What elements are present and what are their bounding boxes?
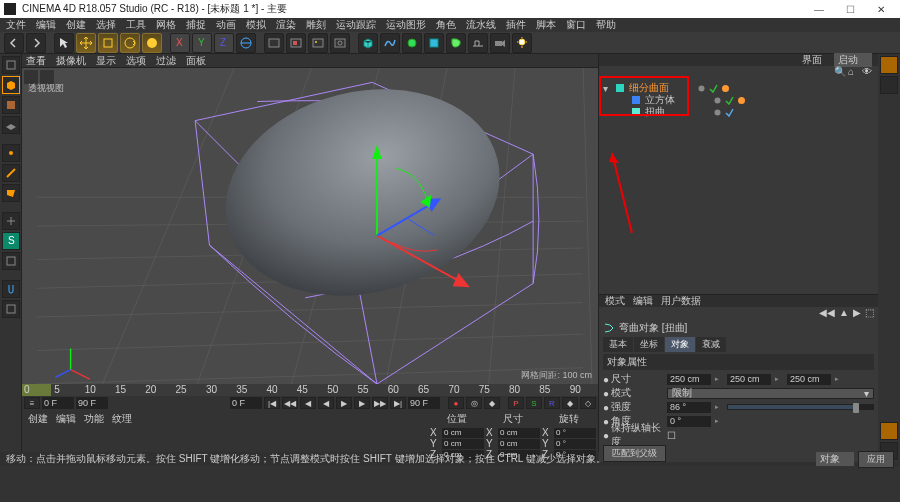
size-y-input[interactable] [727,374,771,385]
menu-脚本[interactable]: 脚本 [536,18,556,32]
fit-to-parent-button[interactable]: 匹配到父级 [603,445,666,462]
keyframe-sel-button[interactable]: ◆ [484,397,500,409]
menu-流水线[interactable]: 流水线 [466,18,496,32]
material-tab[interactable]: 创建 [28,412,48,426]
select-tool[interactable] [54,33,74,53]
coord-system-button[interactable] [236,33,256,53]
maximize-button[interactable]: ☐ [835,1,865,17]
pos-X[interactable] [442,428,484,438]
attr-tab[interactable]: 对象 [665,337,695,352]
menu-帮助[interactable]: 帮助 [596,18,616,32]
attr-tab[interactable]: 衰减 [696,337,726,352]
strength-input[interactable] [667,402,711,413]
key-scale-button[interactable]: S [526,397,542,409]
timeline-ruler[interactable]: 051015202530354045505560657075808590 [22,384,598,396]
close-button[interactable]: ✕ [866,1,896,17]
visibility-tag[interactable] [713,96,722,105]
menu-选择[interactable]: 选择 [96,18,116,32]
rotate-tool[interactable] [120,33,140,53]
axis-x-button[interactable]: X [170,33,190,53]
sel-mode-dropdown[interactable]: 对象 [816,452,854,466]
menu-创建[interactable]: 创建 [66,18,86,32]
current-frame-input[interactable] [230,397,262,409]
menu-插件[interactable]: 插件 [506,18,526,32]
record-button[interactable]: ● [448,397,464,409]
axis-y-button[interactable]: Y [192,33,212,53]
range-start-input[interactable] [42,397,74,409]
prev-key-button[interactable]: ◀◀ [282,397,298,409]
spline-button[interactable] [380,33,400,53]
vpmenu-过滤[interactable]: 过滤 [156,54,176,68]
object-manager[interactable]: ▾细分曲面立方体扭曲 [599,78,878,294]
vpmenu-面板[interactable]: 面板 [186,54,206,68]
move-tool[interactable] [76,33,96,53]
environment-button[interactable] [468,33,488,53]
attr-tab[interactable]: 坐标 [634,337,664,352]
key-rot-button[interactable]: R [544,397,560,409]
undo-button[interactable] [4,33,24,53]
primitive-cube-button[interactable] [358,33,378,53]
material-tab[interactable]: 纹理 [112,412,132,426]
camera-button[interactable] [490,33,510,53]
menu-窗口[interactable]: 窗口 [566,18,586,32]
size-Y[interactable] [498,439,540,449]
key-pla-button[interactable]: ◇ [580,397,596,409]
attr-lock-icon[interactable]: ⬚ [865,307,874,319]
visibility-tag[interactable] [713,108,722,117]
activate-tag[interactable] [725,108,734,117]
layout-dropdown[interactable]: 启动 [834,53,872,67]
menu-网格[interactable]: 网格 [156,18,176,32]
object-manager-tab-icon[interactable] [880,56,898,74]
angle-input[interactable] [667,416,711,427]
visibility-tag[interactable] [697,84,706,93]
attr-prev-icon[interactable]: ◀◀ [819,307,835,319]
next-frame-button[interactable]: ▶ [354,397,370,409]
vpmenu-选项[interactable]: 选项 [126,54,146,68]
redo-button[interactable] [26,33,46,53]
modeling-axis-icon[interactable]: S [2,232,20,250]
deformer-button[interactable] [446,33,466,53]
phong-tag[interactable] [721,84,730,93]
attr-next-icon[interactable]: ▶ [853,307,861,319]
keep-length-checkbox[interactable]: ☐ [667,430,676,441]
render-view-button[interactable] [264,33,284,53]
size-X[interactable] [498,428,540,438]
goto-start-button[interactable]: |◀ [264,397,280,409]
next-key-button[interactable]: ▶▶ [372,397,388,409]
menu-运动跟踪[interactable]: 运动跟踪 [336,18,376,32]
snap-icon[interactable] [2,280,20,298]
generator-button[interactable] [424,33,444,53]
autokey-button[interactable]: ◎ [466,397,482,409]
om-search-icon[interactable]: 🔍 [834,66,846,78]
material-tab[interactable]: 功能 [84,412,104,426]
object-item[interactable]: 立方体 [603,94,874,106]
mode-dropdown[interactable]: 限制▾ [667,388,874,399]
activate-tag[interactable] [709,84,718,93]
object-item[interactable]: ▾细分曲面 [603,82,874,94]
menu-工具[interactable]: 工具 [126,18,146,32]
nurbs-button[interactable] [402,33,422,53]
rot-Y[interactable] [554,439,596,449]
attr-tab[interactable]: 基本 [603,337,633,352]
size-x-input[interactable] [667,374,711,385]
rot-X[interactable] [554,428,596,438]
activate-tag[interactable] [725,96,734,105]
texture-mode-icon[interactable] [2,96,20,114]
attr-up-icon[interactable]: ▲ [839,307,849,319]
timeline-options-icon[interactable]: ≡ [24,397,40,409]
point-mode-icon[interactable] [2,144,20,162]
polygon-mode-icon[interactable] [2,184,20,202]
menu-捕捉[interactable]: 捕捉 [186,18,206,32]
menu-渲染[interactable]: 渲染 [276,18,296,32]
viewport[interactable]: 透视视图 [22,68,598,384]
key-pos-button[interactable]: P [508,397,524,409]
render-settings-button[interactable] [330,33,350,53]
prev-frame-button[interactable]: ◀ [300,397,316,409]
model-mode-icon[interactable] [2,56,20,74]
locked-workplane-icon[interactable] [2,300,20,318]
menu-模拟[interactable]: 模拟 [246,18,266,32]
menu-动画[interactable]: 动画 [216,18,236,32]
vpmenu-查看[interactable]: 查看 [26,54,46,68]
menu-编辑[interactable]: 编辑 [36,18,56,32]
material-tab[interactable]: 编辑 [56,412,76,426]
